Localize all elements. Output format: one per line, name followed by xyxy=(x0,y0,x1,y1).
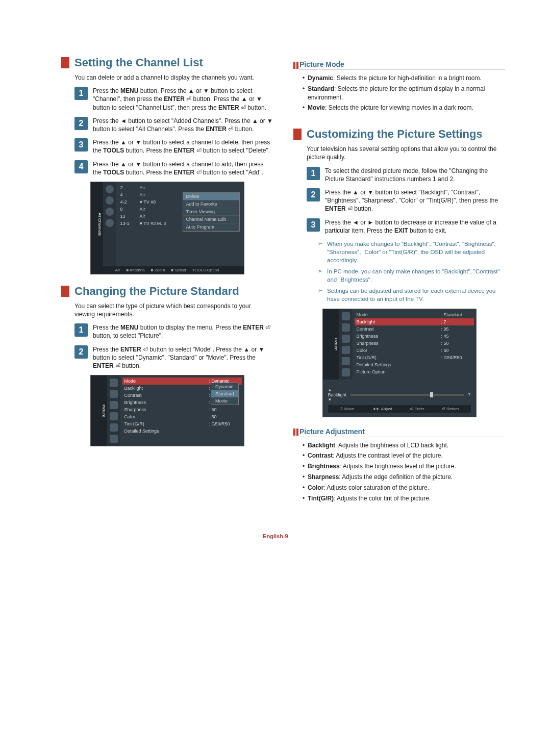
osd-menu-item: Auto Program xyxy=(183,223,239,231)
step: 2Press the ◄ button to select "Added Cha… xyxy=(74,117,273,133)
osd-footer-item: ⇕ Move xyxy=(340,407,355,411)
heading: Setting the Channel List xyxy=(74,56,203,69)
osd-footer-item: ⏎ Enter xyxy=(410,407,424,411)
accent-bar-icon xyxy=(296,62,298,69)
bullet-list: Dynamic: Selects the picture for high-de… xyxy=(303,74,505,112)
menu-icon xyxy=(110,379,118,387)
bullet-item: Tint(G/R): Adjusts the color tint of the… xyxy=(303,494,505,503)
step-number: 3 xyxy=(307,218,320,232)
menu-icon xyxy=(110,435,118,443)
note-list: When you make changes to "Backlight", "C… xyxy=(318,240,505,304)
note-item: Settings can be adjusted and stored for … xyxy=(318,287,505,303)
step-text: Press the ▲ or ▼ button to select a chan… xyxy=(93,160,273,177)
slider-value: 7 xyxy=(468,392,470,397)
osd-rows: Mode: StandardBacklight: 7Contrast: 95Br… xyxy=(353,309,476,380)
slider-thumb xyxy=(430,392,433,397)
step-text: Press the ◄ button to select "Added Chan… xyxy=(93,117,273,133)
osd-row: Sharpness: 50 xyxy=(122,406,242,413)
osd-side-label: All Channels xyxy=(91,182,103,266)
bullet-item: Sharpness: Adjusts the edge definition o… xyxy=(303,473,505,482)
bullet-item: Dynamic: Selects the picture for high-de… xyxy=(303,74,505,83)
step-list: 1Press the MENU button. Press the ▲ or ▼… xyxy=(74,87,273,177)
osd-row: Sharpness: 50 xyxy=(355,340,474,347)
osd-menu-item: Add to Favorite xyxy=(183,200,239,208)
step-number: 3 xyxy=(74,138,88,152)
step-list: 1Press the MENU button to display the me… xyxy=(74,323,273,370)
menu-icon xyxy=(342,312,350,320)
osd-row: Backlight: 7 xyxy=(355,318,474,325)
osd-picture-settings: Picture Mode: StandardBacklight: 7Contra… xyxy=(322,309,477,417)
osd-menu-item: Channel Name Edit xyxy=(183,216,239,223)
osd-icon-column xyxy=(107,375,120,446)
menu-icon xyxy=(110,401,118,409)
menu-icon xyxy=(110,412,118,420)
osd-footer-item: ■ Antenna xyxy=(126,268,144,272)
step: 2Press the ▲ or ▼ button to select "Back… xyxy=(307,188,505,213)
bullet-item: Backlight: Adjusts the brightness of LCD… xyxy=(303,441,505,450)
osd-row: Detailed Settings xyxy=(122,427,242,435)
step: 3Press the ◄ or ► button to decrease or … xyxy=(307,218,505,235)
step-text: Press the ▲ or ▼ button to select "Backl… xyxy=(325,188,505,213)
osd-row: Detailed Settings xyxy=(355,361,474,368)
step-text: Press the MENU button to display the men… xyxy=(93,323,273,340)
intro-text: Your television has several setting opti… xyxy=(307,145,505,161)
step-text: Press the ▲ or ▼ button to select a chan… xyxy=(93,138,273,155)
step-number: 2 xyxy=(307,188,320,201)
step: 3Press the ▲ or ▼ button to select a cha… xyxy=(74,138,273,155)
osd-dropdown-item: Standard xyxy=(211,390,238,397)
step-number: 1 xyxy=(74,323,88,337)
heading: Customizing the Picture Settings xyxy=(307,128,483,141)
osd-picture-mode: Picture Mode: DynamicBacklight: 7Contras… xyxy=(90,375,244,446)
osd-row: Color: 50 xyxy=(355,347,474,354)
menu-icon xyxy=(342,357,350,365)
step-text: To select the desired picture mode, foll… xyxy=(325,167,505,183)
sub-section-title: Picture Mode xyxy=(293,60,505,70)
step-text: Press the ◄ or ► button to decrease or i… xyxy=(325,218,505,235)
sub-section-title: Picture Adjustment xyxy=(293,427,505,437)
osd-row: 2Air xyxy=(118,184,242,191)
intro-text: You can select the type of picture which… xyxy=(74,302,273,318)
right-column: Picture Mode Dynamic: Selects the pictur… xyxy=(293,56,505,508)
menu-icon xyxy=(342,368,350,376)
step-number: 1 xyxy=(74,87,88,100)
osd-side-label: Picture xyxy=(323,309,339,380)
step-number: 2 xyxy=(74,345,88,359)
osd-footer: Air■ Antenna■ Zoom■ SelectTOOLS Option xyxy=(91,266,244,274)
osd-side-label: Picture xyxy=(91,375,107,446)
note-item: When you make changes to "Backlight", "C… xyxy=(318,240,505,264)
menu-icon xyxy=(342,323,350,332)
step-number: 1 xyxy=(307,167,320,180)
menu-icon xyxy=(110,423,118,432)
menu-icon xyxy=(342,335,350,343)
osd-menu-item: Timer Viewing xyxy=(183,208,239,216)
sub-heading: Picture Mode xyxy=(299,60,505,70)
accent-bar-icon xyxy=(61,57,69,68)
step: 1Press the MENU button to display the me… xyxy=(74,323,273,340)
heading: Changing the Picture Standard xyxy=(74,285,239,298)
bullet-item: Standard: Selects the picture for the op… xyxy=(303,85,505,102)
intro-text: You can delete or add a channel to displ… xyxy=(74,73,273,82)
osd-footer-item: ■ Zoom xyxy=(151,268,165,272)
page-number: English-9 xyxy=(0,528,551,544)
section-title: Customizing the Picture Settings xyxy=(293,128,505,141)
step-list: 1To select the desired picture mode, fol… xyxy=(307,167,505,235)
note-item: In PC mode, you can only make changes to… xyxy=(318,267,505,284)
accent-bar-icon xyxy=(61,286,69,297)
osd-icon-column xyxy=(103,182,116,266)
step: 4Press the ▲ or ▼ button to select a cha… xyxy=(74,160,273,177)
accent-bar-icon xyxy=(296,429,298,436)
section-title: Setting the Channel List xyxy=(61,56,273,69)
slider-track xyxy=(350,394,464,396)
bullet-item: Contrast: Adjusts the contrast level of … xyxy=(303,451,505,460)
osd-slider-block: ▲ Backlight 7 ▼ ⇕ Move◄► Adjust⏎ Enter↺ … xyxy=(323,384,476,417)
bullet-item: Color: Adjusts color saturation of the p… xyxy=(303,484,505,492)
manual-page: Setting the Channel List You can delete … xyxy=(0,0,551,528)
osd-menu-item: Delete xyxy=(183,193,239,200)
osd-dropdown: DynamicStandardMovie xyxy=(211,383,239,405)
step-number: 2 xyxy=(74,117,88,130)
step: 1To select the desired picture mode, fol… xyxy=(307,167,505,183)
osd-footer-item: TOOLS Option xyxy=(192,268,219,272)
lock-icon xyxy=(106,208,114,216)
osd-context-menu: DeleteAdd to FavoriteTimer ViewingChanne… xyxy=(183,192,240,232)
osd-row: Tint (G/R): G50/R50 xyxy=(122,420,242,427)
